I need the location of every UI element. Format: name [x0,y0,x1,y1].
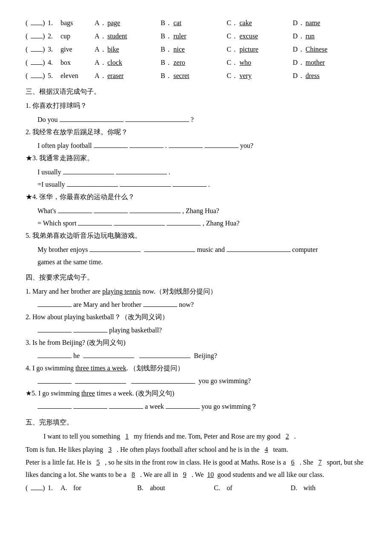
s3-1-blank2[interactable] [125,114,189,122]
choice-row: ()2.cupA．studentB．rulerC．excuseD．run [26,30,366,43]
s3-2-en: I often play football . you? [26,140,366,152]
s3-3-blank1[interactable] [63,166,114,174]
s4-5-blank4[interactable] [166,401,200,409]
s4-2-blank2[interactable] [73,324,107,332]
s4-2-blank1[interactable] [37,324,72,332]
s3-4-en1: What's , Zhang Hua? [26,205,366,217]
s5-num9: 9 [179,469,190,481]
s3-4-blank5[interactable] [114,217,165,225]
section-3: 三、根据汉语完成句子。 1. 你喜欢打排球吗？ Do you ? 2. 我经常在… [26,86,366,268]
s3-1-num: 1. 你喜欢打排球吗？ [26,100,87,112]
s3-2-blank2[interactable] [130,140,164,148]
s5-num4: 4 [261,444,271,456]
s3-item-1: 1. 你喜欢打排球吗？ [26,100,366,112]
s4-5-blank2[interactable] [73,401,107,409]
s3-item-4-cn: ★4. 张华，你最喜欢的运动是什么？ [26,191,366,203]
s3-3-blank3[interactable] [67,179,118,187]
s3-1-en: Do you ? [26,114,366,126]
section-phonics: ()1.bagsA．pageB．catC．cakeD．name()2.cupA．… [26,17,366,82]
s5-num5: 5 [93,456,103,469]
choice-row: ()1.bagsA．pageB．catC．cakeD．name [26,17,366,29]
s5-choice-blank[interactable] [31,482,43,490]
s4-5-blank1[interactable] [37,401,72,409]
s4-4-blank3[interactable] [131,375,195,383]
s5-num7: 7 [315,456,325,469]
s3-2-blank1[interactable] [94,140,128,148]
s3-3-blank4[interactable] [120,179,171,187]
s5-para1: I want to tell you something 1 my friend… [26,430,366,443]
s4-4-blank1[interactable] [37,375,72,383]
s3-2-blank4[interactable] [205,140,239,148]
s3-3-en1: I usually . [26,166,366,179]
choice-blank[interactable] [31,57,43,65]
s5-num1: 1 [122,430,132,443]
s4-5-blank3[interactable] [109,401,143,409]
s3-2-blank3[interactable] [169,140,203,148]
section-4: 四、按要求完成句子。 1. Mary and her brother are p… [26,272,366,413]
s5-para3: Peter is a little fat. He is 5 , so he s… [26,456,366,481]
s3-4-en2: = Which sport , Zhang Hua? [26,217,366,230]
s5-num2: 2 [282,430,292,443]
s5-num8: 8 [128,469,138,481]
s3-item-5-cn: 5. 我弟弟喜欢边听音乐边玩电脑游戏。 [26,230,366,242]
section4-title: 四、按要求完成句子。 [26,272,366,284]
choice-blank[interactable] [31,30,43,38]
s4-item-2: 2. How about playing basketball？（改为同义词） … [26,311,366,337]
s3-3-en2: =I usually . [26,179,366,191]
s3-4-blank2[interactable] [94,205,128,213]
s5-num3: 3 [105,444,115,456]
s5-num10: 10 [205,469,216,481]
section5-title: 五、完形填空。 [26,416,366,429]
s3-4-blank4[interactable] [78,217,112,225]
section-5: 五、完形填空。 I want to tell you something 1 m… [26,416,366,494]
s4-item-3: 3. Is he from Beijing? (改为同义句) he Beijin… [26,337,366,362]
s3-5-blank1[interactable] [89,244,141,252]
s4-item-1: 1. Mary and her brother are playing tenn… [26,286,366,311]
s3-5-blank3[interactable] [227,244,291,252]
s4-1-blank1[interactable] [37,299,72,307]
s3-3-blank2[interactable] [116,166,167,174]
s5-para2: Tom is fun. He likes playing 3 . He ofte… [26,444,366,456]
choice-row: ()5.elevenA．eraserB．secretC．veryD．dress [26,70,366,82]
s4-1-blank2[interactable] [143,299,177,307]
s4-item-5: ★5. I go swimming three times a week. (改… [26,387,366,413]
s3-5-en2: games at the same time. [26,256,366,269]
s5-num6: 6 [288,456,298,469]
s5-choice-row: ()1.A.forB.aboutC.ofD.with [26,482,366,494]
s3-5-blank2[interactable] [144,244,195,252]
s4-3-blank2[interactable] [83,350,134,358]
s3-item-3-cn: ★3. 我通常走路回家。 [26,152,366,165]
choice-row: ()4.boxA．clockB．zeroC．whoD．mother [26,57,366,69]
s3-item-2-cn: 2. 我经常在放学后踢足球。你呢？ [26,126,366,139]
section3-title: 三、根据汉语完成句子。 [26,86,366,98]
choice-row: ()3.giveA．bikeB．niceC．pictureD．Chinese [26,43,366,56]
s4-4-blank2[interactable] [75,375,126,383]
choice-blank[interactable] [31,17,43,25]
s3-4-blank3[interactable] [130,205,181,213]
s3-4-blank1[interactable] [58,205,92,213]
s3-1-blank1[interactable] [60,114,124,122]
s4-3-blank3[interactable] [139,350,190,358]
s4-3-blank1[interactable] [37,350,72,358]
s3-3-blank5[interactable] [173,179,207,187]
s3-4-blank6[interactable] [167,217,201,225]
choice-blank[interactable] [31,43,43,52]
choice-blank[interactable] [31,70,43,78]
s3-5-en1: My brother enjoys music and computer [26,244,366,256]
worksheet: ()1.bagsA．pageB．catC．cakeD．name()2.cupA．… [26,17,366,494]
s4-item-4: 4. I go swimming three times a week. （划线… [26,362,366,388]
